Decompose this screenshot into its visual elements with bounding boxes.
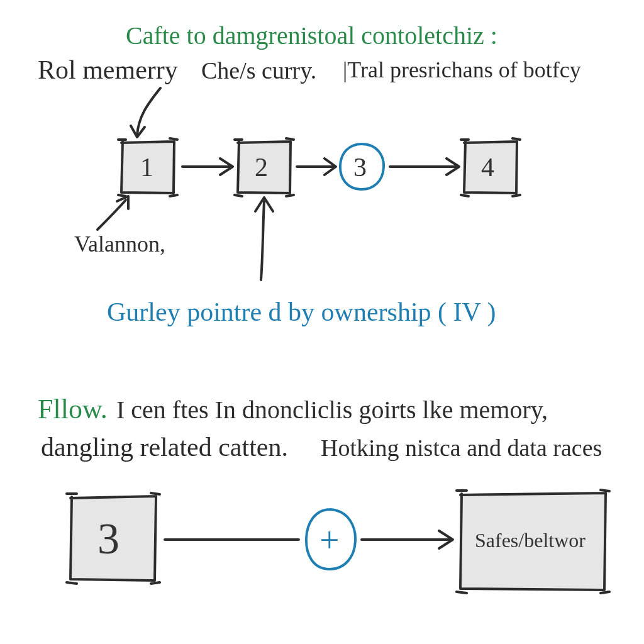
plus-node: + <box>305 509 355 570</box>
big-node-3: 3 <box>67 493 160 584</box>
node-1: 1 <box>118 138 177 196</box>
para2a-text: I cen ftes In dnoncliclis goirts lke mem… <box>116 396 548 424</box>
para2c-text: Hotking nistca and data races <box>321 435 602 461</box>
node-3: 3 <box>340 144 384 189</box>
diagram-canvas: Cafte to damgrenistoal contoletchiz : Ro… <box>0 0 644 644</box>
node-3-label: 3 <box>353 153 367 182</box>
safes-node: Safes/beltwor <box>457 490 609 593</box>
flow-word: Fllow. <box>38 394 108 425</box>
valannon-label: Valannon, <box>74 231 165 257</box>
node-2-label: 2 <box>255 153 268 182</box>
safes-label: Safes/beltwor <box>475 529 586 552</box>
arrow-into-node1-top <box>137 88 160 135</box>
ownership-text: Gurley pointre d by ownership ( IV ) <box>107 297 496 327</box>
arrow-into-node1-bottom <box>97 200 126 230</box>
line1c-text: |Tral presrichans of botfcy <box>343 57 581 82</box>
node-2: 2 <box>235 138 294 196</box>
big-node-3-label: 3 <box>97 514 119 563</box>
para2b-text: dangling related catten. <box>41 433 288 462</box>
arrow-into-node2-bottom <box>261 201 264 280</box>
line1b-text: Che/s curry. <box>201 57 316 84</box>
node-4: 4 <box>461 138 520 196</box>
line1a-text: Rol memerry <box>38 55 178 84</box>
title-text: Cafte to damgrenistoal contoletchiz : <box>126 21 497 50</box>
node-1-label: 1 <box>140 153 153 182</box>
node-4-label: 4 <box>481 153 494 182</box>
plus-label: + <box>319 521 340 560</box>
